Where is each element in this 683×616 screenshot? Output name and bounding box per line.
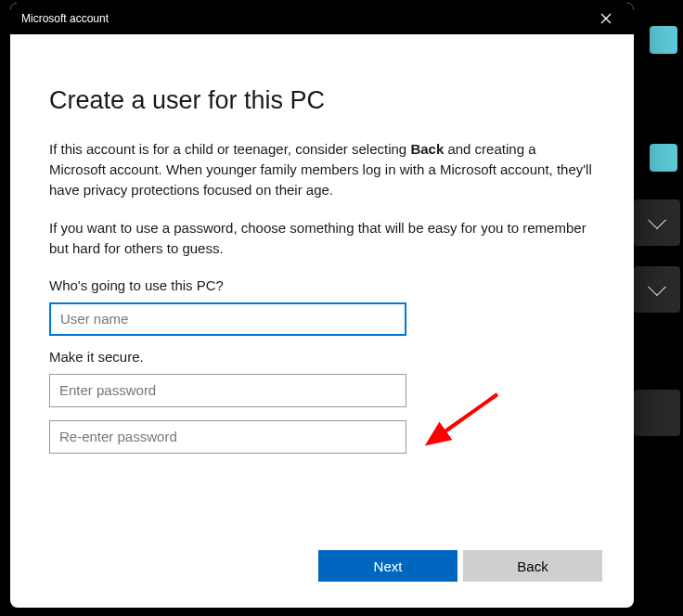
chevron-down-icon bbox=[648, 277, 666, 296]
text: If this account is for a child or teenag… bbox=[49, 141, 410, 157]
bg-expand-row[interactable] bbox=[634, 266, 680, 313]
chevron-down-icon bbox=[648, 211, 666, 229]
svg-line-2 bbox=[440, 394, 497, 435]
footer-buttons: Next Back bbox=[318, 550, 602, 582]
intro-paragraph-1: If this account is for a child or teenag… bbox=[49, 139, 595, 199]
bg-expand-row[interactable] bbox=[634, 199, 680, 246]
content-area: Create a user for this PC If this accoun… bbox=[10, 34, 634, 608]
intro-paragraph-2: If you want to use a password, choose so… bbox=[49, 218, 595, 259]
close-button[interactable] bbox=[586, 3, 626, 34]
bg-tile bbox=[650, 26, 677, 54]
close-icon bbox=[600, 13, 612, 24]
next-button[interactable]: Next bbox=[318, 550, 457, 582]
modal-window: Microsoft account Create a user for this… bbox=[10, 3, 634, 608]
page-title: Create a user for this PC bbox=[49, 86, 595, 115]
window-title: Microsoft account bbox=[21, 12, 109, 25]
password-input[interactable] bbox=[49, 374, 406, 407]
bg-tile bbox=[650, 144, 677, 172]
username-label: Who's going to use this PC? bbox=[49, 277, 595, 293]
bg-row bbox=[634, 390, 680, 436]
titlebar: Microsoft account bbox=[10, 3, 634, 34]
bold-text: Back bbox=[410, 141, 444, 157]
back-button[interactable]: Back bbox=[463, 550, 602, 582]
password-section-label: Make it secure. bbox=[49, 349, 595, 365]
confirm-password-input[interactable] bbox=[49, 420, 406, 454]
username-input[interactable] bbox=[49, 302, 406, 336]
annotation-arrow-icon bbox=[423, 387, 507, 452]
